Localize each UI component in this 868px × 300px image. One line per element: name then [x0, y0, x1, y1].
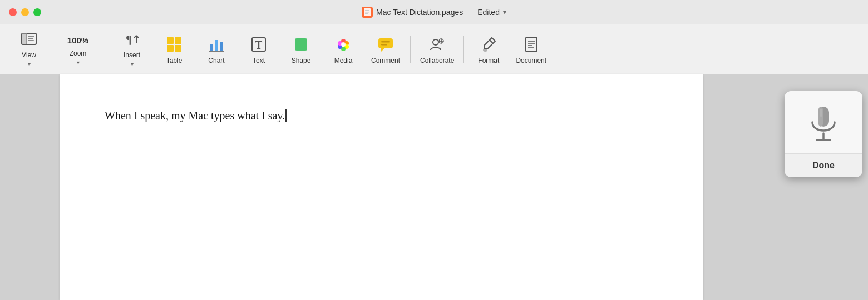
document-status: Edited — [477, 8, 500, 17]
title-separator: — — [466, 8, 474, 17]
left-margin — [0, 74, 60, 300]
title-bar: Mac Text Dictation.pages — Edited ▾ — [0, 0, 868, 24]
svg-rect-6 — [22, 33, 27, 44]
chart-button[interactable]: Chart — [196, 29, 236, 69]
view-arrow: ▾ — [28, 61, 31, 67]
svg-rect-16 — [175, 37, 181, 44]
svg-text:¶: ¶ — [126, 33, 131, 46]
format-label: Format — [478, 57, 499, 64]
document-content: When I speak, my Mac types what I say. — [105, 109, 285, 122]
table-icon — [164, 34, 184, 54]
mic-area — [785, 91, 862, 154]
zoom-button[interactable]: 100% Zoom ▾ — [53, 29, 102, 69]
svg-rect-8 — [28, 36, 34, 37]
svg-point-32 — [341, 42, 346, 47]
document-button[interactable]: Document — [511, 29, 551, 69]
svg-text:T: T — [255, 39, 263, 51]
collaborate-label: Collaborate — [420, 57, 454, 64]
media-button[interactable]: Media — [323, 29, 363, 69]
document-page[interactable]: When I speak, my Mac types what I say. — [60, 74, 703, 300]
document-icon — [521, 34, 541, 54]
svg-rect-21 — [220, 42, 223, 51]
chart-icon — [206, 34, 226, 54]
table-button[interactable]: Table — [154, 29, 194, 69]
media-icon — [333, 34, 353, 54]
insert-button[interactable]: ¶ Insert ▾ — [112, 29, 152, 69]
text-button[interactable]: T Text — [239, 29, 279, 69]
svg-point-37 — [433, 39, 438, 45]
done-area: Done — [785, 154, 862, 177]
format-button[interactable]: Format — [468, 29, 509, 69]
svg-rect-25 — [295, 38, 307, 51]
svg-rect-36 — [381, 44, 387, 46]
insert-icon: ¶ — [122, 31, 142, 49]
svg-rect-19 — [210, 44, 213, 51]
document-area: When I speak, my Mac types what I say. — [60, 74, 757, 300]
svg-rect-18 — [175, 45, 181, 52]
insert-arrow: ▾ — [131, 61, 134, 67]
view-button[interactable]: View ▾ — [7, 29, 51, 69]
shape-icon — [291, 34, 311, 54]
zoom-value: 100% — [67, 36, 88, 45]
document-label: Document — [516, 57, 546, 64]
minimize-button[interactable] — [21, 8, 29, 16]
microphone-icon — [806, 104, 841, 144]
text-label: Text — [253, 57, 265, 64]
text-cursor — [285, 109, 287, 122]
svg-rect-2 — [365, 10, 369, 11]
comment-button[interactable]: Comment — [366, 29, 406, 69]
dictation-popup: Done — [785, 91, 862, 177]
zoom-label: Zoom — [70, 49, 87, 57]
svg-rect-33 — [378, 38, 393, 48]
toolbar: View ▾ 100% Zoom ▾ ¶ Insert ▾ — [0, 24, 868, 74]
shape-button[interactable]: Shape — [281, 29, 321, 69]
view-label: View — [22, 51, 36, 59]
svg-rect-15 — [167, 37, 174, 44]
right-side: Done — [757, 74, 868, 300]
zoom-icon: 100% — [68, 33, 88, 47]
toolbar-divider-1 — [107, 36, 107, 63]
svg-rect-4 — [365, 13, 368, 14]
svg-line-41 — [490, 40, 493, 43]
insert-label: Insert — [124, 51, 140, 59]
done-label[interactable]: Done — [812, 161, 835, 171]
collaborate-button[interactable]: Collaborate — [415, 29, 459, 69]
maximize-button[interactable] — [33, 8, 41, 16]
media-label: Media — [334, 57, 353, 64]
svg-rect-50 — [820, 109, 822, 117]
table-label: Table — [166, 57, 183, 64]
zoom-arrow: ▾ — [77, 59, 80, 66]
view-icon — [19, 31, 39, 49]
svg-rect-9 — [28, 38, 33, 39]
chart-label: Chart — [208, 57, 224, 64]
main-area: When I speak, my Mac types what I say. — [0, 74, 868, 300]
shape-label: Shape — [292, 57, 311, 64]
title-chevron[interactable]: ▾ — [503, 8, 506, 16]
window-controls[interactable] — [9, 8, 41, 16]
toolbar-divider-2 — [410, 36, 411, 63]
collaborate-icon — [427, 34, 447, 54]
document-text[interactable]: When I speak, my Mac types what I say. — [105, 108, 658, 123]
svg-rect-10 — [28, 40, 34, 41]
format-icon — [479, 34, 499, 54]
svg-rect-3 — [365, 12, 369, 13]
svg-rect-35 — [381, 41, 390, 43]
app-icon — [362, 7, 373, 18]
text-icon: T — [249, 34, 269, 54]
comment-label: Comment — [371, 57, 400, 64]
title-text: Mac Text Dictation.pages — Edited ▾ — [362, 7, 506, 18]
svg-rect-17 — [167, 45, 174, 52]
document-title: Mac Text Dictation.pages — [376, 8, 463, 17]
comment-icon — [376, 34, 396, 54]
svg-rect-20 — [215, 40, 218, 51]
toolbar-divider-3 — [463, 36, 464, 63]
svg-marker-34 — [381, 48, 384, 52]
svg-rect-43 — [526, 37, 537, 52]
svg-point-42 — [483, 48, 487, 52]
close-button[interactable] — [9, 8, 17, 16]
